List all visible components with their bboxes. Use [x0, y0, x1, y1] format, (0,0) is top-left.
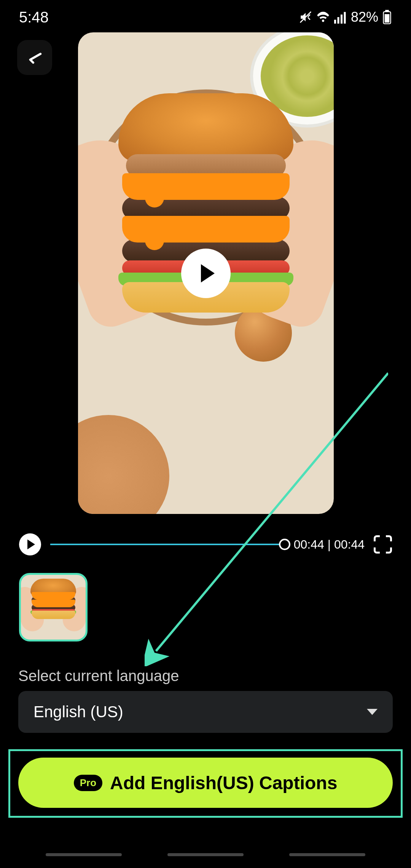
status-bar: 5:48 82% [0, 0, 411, 34]
progress-handle[interactable] [279, 539, 290, 550]
svg-rect-4 [344, 12, 346, 24]
nav-home[interactable] [167, 853, 244, 856]
clip-thumbnail[interactable] [19, 573, 88, 641]
add-captions-button[interactable]: Pro Add English(US) Captions [18, 758, 393, 808]
status-time: 5:48 [19, 9, 49, 26]
language-label: Select current language [18, 667, 179, 685]
video-preview[interactable] [78, 32, 334, 514]
chevron-down-icon [367, 709, 378, 715]
signal-icon [334, 11, 347, 24]
back-arrow-icon [26, 49, 43, 66]
status-indicators: 82% [299, 9, 392, 25]
mute-icon [299, 11, 312, 24]
time-display: 00:44 | 00:44 [294, 538, 365, 552]
wifi-icon [316, 11, 330, 24]
dropdown-selected: English (US) [33, 703, 123, 721]
add-button-label: Add English(US) Captions [110, 772, 337, 793]
battery-icon [382, 10, 392, 24]
progress-bar[interactable] [50, 544, 285, 545]
svg-rect-1 [334, 20, 336, 24]
language-dropdown[interactable]: English (US) [18, 691, 393, 733]
svg-rect-7 [385, 14, 390, 22]
decorative-food [78, 415, 169, 514]
nav-recents[interactable] [46, 853, 122, 856]
play-overlay-button[interactable] [181, 249, 231, 298]
back-button[interactable] [17, 40, 52, 75]
nav-back[interactable] [289, 853, 365, 856]
system-nav-bar [0, 845, 411, 864]
svg-rect-2 [337, 17, 339, 24]
battery-percent: 82% [351, 9, 378, 25]
play-button[interactable] [19, 533, 41, 555]
svg-rect-3 [341, 14, 342, 24]
fullscreen-button[interactable] [374, 535, 392, 554]
pro-badge: Pro [74, 775, 102, 791]
playback-controls: 00:44 | 00:44 [19, 531, 392, 558]
